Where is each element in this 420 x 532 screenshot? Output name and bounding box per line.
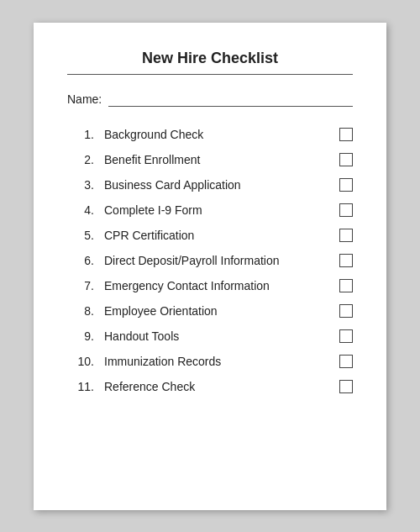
list-item: 3.Business Card Application: [67, 172, 353, 198]
item-number: 6.: [67, 254, 94, 267]
item-number: 5.: [67, 229, 94, 242]
item-label: Reference Check: [104, 380, 339, 393]
checklist: 1.Background Check2.Benefit Enrollment3.…: [67, 122, 353, 399]
list-item: 7.Emergency Contact Information: [67, 273, 353, 298]
item-number: 4.: [67, 203, 94, 217]
item-label: Immunization Records: [104, 355, 339, 368]
item-checkbox[interactable]: [339, 279, 353, 292]
name-input[interactable]: [108, 92, 353, 107]
item-label: Handout Tools: [104, 329, 339, 343]
item-number: 7.: [67, 279, 94, 292]
list-item: 4.Complete I-9 Form: [67, 198, 353, 223]
item-checkbox[interactable]: [339, 254, 353, 267]
item-checkbox[interactable]: [339, 355, 353, 368]
list-item: 1.Background Check: [67, 122, 353, 147]
item-checkbox[interactable]: [339, 203, 353, 217]
item-checkbox[interactable]: [339, 229, 353, 242]
checklist-page: New Hire Checklist Name: 1.Background Ch…: [34, 23, 386, 510]
item-label: Benefit Enrollment: [104, 153, 339, 166]
item-number: 2.: [67, 153, 94, 166]
item-number: 10.: [67, 355, 94, 368]
list-item: 11.Reference Check: [67, 374, 353, 399]
item-label: Background Check: [104, 128, 339, 141]
item-label: Complete I-9 Form: [104, 203, 339, 217]
name-label: Name:: [67, 92, 102, 106]
list-item: 2.Benefit Enrollment: [67, 147, 353, 172]
item-label: Employee Orientation: [104, 304, 339, 318]
item-label: CPR Certification: [104, 229, 339, 242]
item-number: 11.: [67, 380, 94, 393]
title-divider: [67, 74, 353, 75]
list-item: 9.Handout Tools: [67, 324, 353, 349]
item-number: 8.: [67, 304, 94, 318]
list-item: 5.CPR Certification: [67, 223, 353, 248]
list-item: 8.Employee Orientation: [67, 298, 353, 324]
item-label: Emergency Contact Information: [104, 279, 339, 292]
item-checkbox[interactable]: [339, 128, 353, 141]
name-row: Name:: [67, 92, 353, 107]
item-number: 9.: [67, 329, 94, 343]
list-item: 10.Immunization Records: [67, 349, 353, 374]
item-label: Direct Deposit/Payroll Information: [104, 254, 339, 267]
item-checkbox[interactable]: [339, 329, 353, 343]
list-item: 6.Direct Deposit/Payroll Information: [67, 248, 353, 273]
item-checkbox[interactable]: [339, 153, 353, 166]
item-number: 1.: [67, 128, 94, 141]
item-checkbox[interactable]: [339, 380, 353, 393]
item-label: Business Card Application: [104, 178, 339, 192]
item-checkbox[interactable]: [339, 178, 353, 192]
item-checkbox[interactable]: [339, 304, 353, 318]
item-number: 3.: [67, 178, 94, 192]
page-title: New Hire Checklist: [67, 50, 353, 67]
